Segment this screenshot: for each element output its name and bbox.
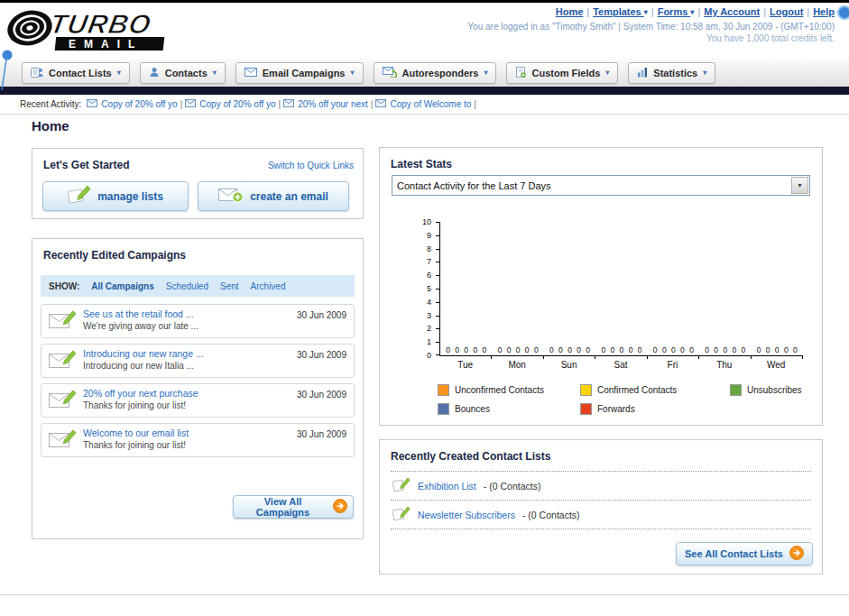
filter-scheduled[interactable]: Scheduled — [166, 281, 208, 291]
contact-list-detail: - (0 Contacts) — [522, 510, 580, 520]
legend-label: Confirmed Contacts — [597, 385, 677, 395]
contact-list-detail: - (0 Contacts) — [484, 481, 541, 492]
header-link-forms[interactable]: Forms ▾ — [658, 6, 695, 17]
logo-text-turbo: TURBO — [48, 9, 153, 39]
link-separator: | — [697, 6, 700, 17]
header-link-my-account[interactable]: My Account — [704, 6, 760, 17]
chart-value-labels: 0 0 0 0 0 — [752, 345, 803, 354]
stats-period-select[interactable]: Contact Activity for the Last 7 Days ▼ — [392, 175, 810, 196]
statistics-icon — [637, 67, 648, 79]
header-link-help[interactable]: Help — [813, 6, 835, 17]
session-info: You are logged in as "Timothy Smith" | S… — [467, 22, 835, 32]
chart-value-labels: 0 0 0 0 0 — [440, 345, 492, 354]
chart-plot-area: 0 0 0 0 0 0 0 0 0 0 0 0 0 0 0 0 0 0 0 0 … — [439, 222, 803, 356]
legend-label: Forwards — [597, 404, 635, 414]
envelope-pencil-icon — [49, 429, 76, 451]
manage-lists-button[interactable]: manage lists — [42, 181, 189, 211]
contact-lists-icon — [31, 67, 43, 79]
contact-list-row[interactable]: Exhibition List - (0 Contacts) — [391, 472, 811, 501]
contact-list-link[interactable]: Exhibition List — [418, 481, 476, 492]
campaign-row[interactable]: See us at the retail food ... We're givi… — [41, 304, 355, 338]
create-email-button[interactable]: create an email — [198, 181, 349, 211]
tab-contacts[interactable]: Contacts ▾ — [140, 62, 226, 84]
envelope-plus-icon — [218, 188, 244, 206]
tab-statistics[interactable]: Statistics ▾ — [628, 62, 715, 84]
recent-activity-item[interactable]: 20% off your next — [283, 99, 368, 109]
chart-legend: Unconfirmed Contacts Confirmed Contacts … — [438, 384, 802, 415]
campaign-row[interactable]: 20% off your next purchase Thanks for jo… — [41, 383, 355, 418]
chart-y-label: 9 — [427, 231, 431, 240]
chart-column: 0 0 0 0 0 — [492, 222, 543, 355]
legend-swatch — [438, 403, 449, 415]
pencil-icon — [392, 477, 411, 494]
tab-autoresponders[interactable]: Autoresponders ▾ — [374, 62, 497, 84]
tab-label: Contact Lists — [49, 68, 112, 78]
campaign-title-link[interactable]: Welcome to our email list — [83, 428, 189, 438]
logo-graphic: TURBO EMAIL — [5, 5, 242, 55]
envelope-icon — [375, 99, 386, 109]
manage-lists-label: manage lists — [97, 190, 163, 203]
contact-lists-title: Recently Created Contact Lists — [391, 450, 550, 463]
envelope-pencil-icon — [49, 350, 76, 372]
recent-campaigns-panel: Recently Edited Campaigns SHOW: All Camp… — [32, 238, 364, 539]
logo-tail-decoration — [0, 47, 18, 94]
chart-y-label: 8 — [427, 244, 431, 253]
chart-y-tick — [436, 354, 440, 355]
custom-fields-icon — [515, 67, 526, 79]
legend-swatch — [438, 384, 449, 396]
recent-activity-link[interactable]: Copy of 20% off yo — [101, 99, 177, 109]
campaign-subtitle: Thanks for joining our list! — [83, 400, 198, 410]
filter-all-campaigns[interactable]: All Campaigns — [91, 281, 153, 291]
campaign-row[interactable]: Welcome to our email list Thanks for joi… — [41, 423, 355, 457]
turbo-email-logo[interactable]: TURBO EMAIL — [5, 5, 242, 57]
campaign-row[interactable]: Introducing our new range ... Introducin… — [41, 344, 355, 378]
contact-list-link[interactable]: Newsletter Subscribers — [418, 510, 515, 520]
chart-value-labels: 0 0 0 0 0 — [595, 345, 647, 354]
tab-contact-lists[interactable]: Contact Lists ▾ — [22, 62, 130, 84]
recent-activity-item[interactable]: Copy of 20% off yo — [87, 99, 177, 109]
link-separator: | — [807, 6, 809, 17]
latest-stats-title: Latest Stats — [391, 158, 452, 170]
pencil-icon — [68, 185, 91, 207]
campaign-title-link[interactable]: 20% off your next purchase — [83, 388, 198, 399]
arrow-circle-icon — [789, 546, 804, 562]
see-all-contact-lists-button[interactable]: See All Contact Lists — [676, 542, 813, 565]
campaign-text: Welcome to our email list Thanks for joi… — [83, 428, 189, 450]
chart-x-label: Thu — [698, 360, 750, 370]
chart-y-label: 7 — [427, 257, 431, 266]
recent-activity-item[interactable]: Copy of 20% off yo — [185, 99, 275, 109]
chart-x-label: Mon — [491, 360, 542, 370]
header-link-home[interactable]: Home — [556, 6, 584, 17]
show-label: SHOW: — [49, 281, 79, 291]
chart-y-tick — [436, 222, 440, 223]
campaign-filter-bar: SHOW: All CampaignsScheduledSentArchived — [41, 275, 355, 297]
recent-activity-link[interactable]: Copy of 20% off yo — [199, 99, 275, 109]
recent-activity-item[interactable]: Copy of Welcome to — [375, 99, 471, 109]
tab-email-campaigns[interactable]: Email Campaigns ▾ — [235, 62, 364, 84]
chart-column: 0 0 0 0 0 — [440, 222, 492, 355]
filter-sent[interactable]: Sent — [220, 281, 239, 291]
recent-activity-link[interactable]: Copy of Welcome to — [390, 99, 471, 109]
chart-x-label: Fri — [647, 360, 698, 370]
campaign-text: Introducing our new range ... Introducin… — [83, 348, 204, 371]
credits-info: You have 1,000 total credits left. — [467, 33, 835, 43]
filter-archived[interactable]: Archived — [251, 281, 286, 291]
campaign-title-link[interactable]: See us at the retail food ... — [83, 308, 198, 319]
campaign-date: 30 Jun 2009 — [297, 308, 346, 320]
arrow-circle-icon — [333, 499, 347, 515]
recent-activity-link[interactable]: 20% off your next — [298, 99, 368, 109]
contact-list-row[interactable]: Newsletter Subscribers - (0 Contacts) — [391, 501, 811, 529]
envelope-pencil-icon — [49, 390, 76, 411]
view-all-campaigns-button[interactable]: View All Campaigns — [233, 495, 354, 519]
tab-custom-fields[interactable]: Custom Fields ▾ — [506, 62, 618, 84]
campaign-title-link[interactable]: Introducing our new range ... — [83, 348, 204, 359]
switch-quick-links-link[interactable]: Switch to Quick Links — [268, 161, 354, 170]
contact-lists-panel: Recently Created Contact Lists Exhibitio… — [379, 439, 823, 575]
legend-label: Bounces — [455, 404, 490, 414]
header-link-logout[interactable]: Logout — [770, 6, 803, 17]
contact-activity-chart: 012345678910 0 0 0 0 0 0 0 0 0 0 0 0 0 0… — [439, 222, 803, 370]
header-link-templates[interactable]: Templates ▾ — [593, 6, 648, 17]
envelope-icon — [87, 99, 97, 109]
chart-y-label: 5 — [427, 284, 431, 293]
chart-y-label: 2 — [427, 324, 431, 333]
